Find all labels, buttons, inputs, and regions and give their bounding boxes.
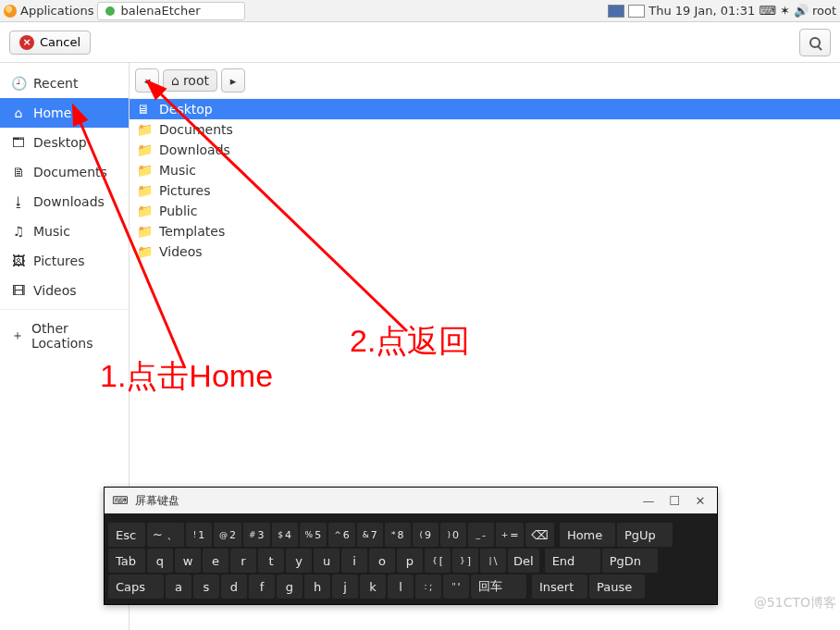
folder-icon: 📁	[137, 183, 152, 198]
key-=[interactable]: +=	[496, 523, 525, 547]
osk-titlebar[interactable]: ⌨ 屏幕键盘 — ☐ ✕	[105, 488, 717, 513]
key-a[interactable]: a	[166, 574, 191, 599]
clock-icon: 🕘	[11, 76, 26, 91]
sidebar-documents[interactable]: 🗎Documents	[0, 157, 129, 187]
maximize-button[interactable]: ☐	[665, 494, 684, 508]
key-w[interactable]: w	[175, 549, 201, 573]
key-backspace[interactable]: ⌫	[525, 523, 553, 547]
onscreen-keyboard-window[interactable]: ⌨ 屏幕键盘 — ☐ ✕ Esc ~ 、 !1@2#3$4%5^6&7*8(9)…	[104, 487, 718, 605]
applications-label: Applications	[20, 4, 93, 18]
sidebar-videos[interactable]: 🎞Videos	[0, 276, 129, 305]
show-desktop-button[interactable]	[608, 5, 624, 18]
search-button[interactable]	[799, 29, 831, 56]
osk-row1: Esc ~ 、 !1@2#3$4%5^6&7*8(9)0_-+= ⌫ Home …	[108, 523, 713, 547]
folder-icon: 📁	[137, 244, 152, 259]
key-2[interactable]: @2	[214, 523, 241, 547]
key-g[interactable]: g	[277, 574, 303, 599]
sidebar-downloads[interactable]: ⭳Downloads	[0, 187, 129, 216]
sidebar-pictures[interactable]: 🖼Pictures	[0, 246, 129, 276]
file-row-videos[interactable]: 📁Videos	[130, 241, 840, 262]
videos-icon: 🎞	[11, 283, 26, 298]
key-o[interactable]: o	[369, 549, 395, 573]
file-row-downloads[interactable]: 📁Downloads	[130, 140, 840, 160]
file-list[interactable]: 🖥Desktop 📁Documents 📁Downloads 📁Music 📁P…	[130, 98, 840, 262]
key-5[interactable]: %5	[300, 523, 327, 547]
watermark: @51CTO博客	[754, 595, 836, 611]
clock[interactable]: Thu 19 Jan, 01:31	[649, 4, 755, 18]
key-esc[interactable]: Esc	[108, 523, 145, 547]
key-r[interactable]: r	[230, 549, 256, 573]
key-p[interactable]: p	[397, 549, 423, 573]
sidebar-home[interactable]: ⌂Home	[0, 98, 129, 128]
key-end[interactable]: End	[545, 549, 600, 573]
etcher-icon	[105, 6, 115, 16]
key-s[interactable]: s	[193, 574, 219, 599]
key-insert[interactable]: Insert	[532, 574, 587, 599]
key-1[interactable]: !1	[186, 523, 212, 547]
key-pause[interactable]: Pause	[589, 574, 645, 599]
home-icon: ⌂	[11, 105, 26, 120]
key-7[interactable]: &7	[357, 523, 383, 547]
xfce-icon	[4, 5, 17, 18]
file-row-public[interactable]: 📁Public	[130, 201, 840, 221]
tray-icon[interactable]	[628, 5, 645, 18]
back-button[interactable]: ◂	[135, 68, 159, 93]
sidebar-desktop[interactable]: 🗔Desktop	[0, 128, 129, 157]
key-caps[interactable]: Caps	[108, 574, 164, 599]
key-q[interactable]: q	[147, 549, 173, 573]
key-][interactable]: }]	[452, 549, 478, 573]
applications-menu[interactable]: Applications	[4, 4, 93, 18]
key-0[interactable]: )0	[440, 523, 466, 547]
key-6[interactable]: ^6	[328, 523, 355, 547]
sidebar-music[interactable]: ♫Music	[0, 216, 129, 246]
forward-button[interactable]: ▸	[221, 68, 245, 93]
key-t[interactable]: t	[258, 549, 284, 573]
key-'[interactable]: "'	[443, 574, 469, 599]
key-i[interactable]: i	[341, 549, 367, 573]
volume-tray-icon[interactable]: 🔊	[794, 4, 809, 18]
cancel-button[interactable]: × Cancel	[9, 31, 91, 55]
key-k[interactable]: k	[360, 574, 386, 599]
folder-icon: 📁	[137, 142, 152, 157]
key-[[interactable]: {[	[425, 549, 451, 573]
file-row-desktop[interactable]: 🖥Desktop	[130, 99, 840, 119]
key-j[interactable]: j	[332, 574, 358, 599]
key-tab[interactable]: Tab	[108, 549, 145, 573]
file-row-pictures[interactable]: 📁Pictures	[130, 180, 840, 201]
folder-icon: 📁	[137, 204, 152, 218]
file-row-music[interactable]: 📁Music	[130, 160, 840, 180]
minimize-button[interactable]: —	[639, 494, 658, 508]
key-4[interactable]: $4	[272, 523, 298, 547]
file-row-documents[interactable]: 📁Documents	[130, 119, 840, 140]
close-button[interactable]: ✕	[691, 494, 710, 508]
keyboard-tray-icon[interactable]: ⌨	[759, 4, 776, 18]
key-h[interactable]: h	[304, 574, 330, 599]
key-home[interactable]: Home	[560, 523, 615, 547]
key-d[interactable]: d	[221, 574, 247, 599]
key-del[interactable]: Del	[508, 549, 539, 573]
file-row-templates[interactable]: 📁Templates	[130, 221, 840, 241]
breadcrumb-root[interactable]: ⌂ root	[163, 69, 217, 92]
key-enter[interactable]: 回车	[471, 574, 526, 599]
key-y[interactable]: y	[286, 549, 312, 573]
key-pgup[interactable]: PgUp	[617, 523, 673, 547]
key-e[interactable]: e	[203, 549, 229, 573]
sidebar-other-locations[interactable]: ＋Other Locations	[0, 314, 129, 358]
user-label[interactable]: root	[812, 4, 836, 18]
key--[interactable]: _-	[468, 523, 494, 547]
key-\[interactable]: |\	[480, 549, 506, 573]
sidebar-recent[interactable]: 🕘Recent	[0, 68, 129, 98]
key-3[interactable]: #3	[243, 523, 270, 547]
network-tray-icon[interactable]: ✶	[780, 4, 790, 18]
key-l[interactable]: l	[388, 574, 414, 599]
osk-row3: Caps asdfghjkl :;"' 回车 Insert Pause	[108, 574, 713, 599]
key-tilde[interactable]: ~ 、	[147, 523, 184, 547]
key-f[interactable]: f	[249, 574, 275, 599]
key-8[interactable]: *8	[385, 523, 411, 547]
key-u[interactable]: u	[314, 549, 340, 573]
key-pgdn[interactable]: PgDn	[602, 549, 658, 573]
home-icon: ⌂	[171, 73, 179, 88]
key-9[interactable]: (9	[413, 523, 439, 547]
taskbar-item-balenaetcher[interactable]: balenaEtcher	[97, 2, 245, 20]
key-;[interactable]: :;	[415, 574, 441, 599]
